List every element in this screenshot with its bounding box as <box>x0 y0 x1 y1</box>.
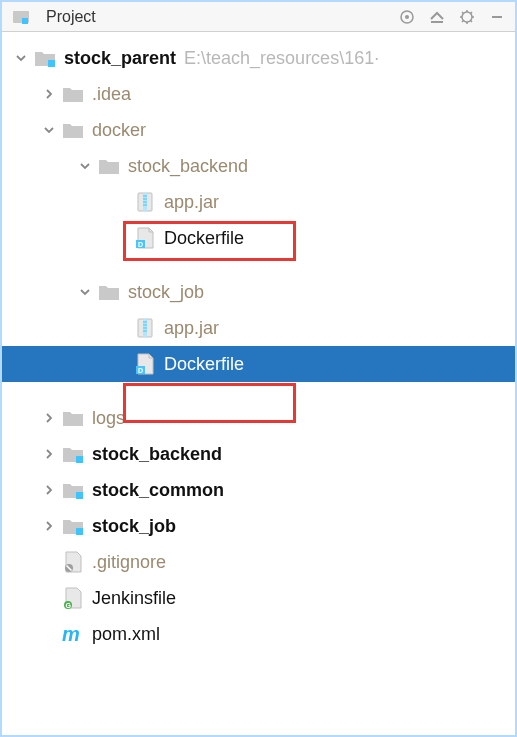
chevron-down-icon[interactable] <box>10 47 32 69</box>
tree-row-dockerfile-2[interactable]: D Dockerfile <box>2 346 515 382</box>
tree-row-gitignore[interactable]: .gitignore <box>2 544 515 580</box>
tree-label: pom.xml <box>92 624 160 645</box>
maven-icon: m <box>60 623 86 645</box>
archive-icon <box>132 317 158 339</box>
tree-row-logs[interactable]: logs <box>2 400 515 436</box>
module-folder-icon <box>60 515 86 537</box>
module-folder-icon <box>32 47 58 69</box>
toolbar-collapse-icon[interactable] <box>425 5 449 29</box>
tree-label: stock_common <box>92 480 224 501</box>
module-folder-icon <box>60 479 86 501</box>
tree-label: logs <box>92 408 125 429</box>
tree-label: Dockerfile <box>164 228 244 249</box>
tree-label: docker <box>92 120 146 141</box>
svg-text:D: D <box>138 367 143 374</box>
chevron-right-icon[interactable] <box>38 83 60 105</box>
svg-text:D: D <box>138 241 143 248</box>
tree-row-idea[interactable]: .idea <box>2 76 515 112</box>
module-folder-icon <box>60 443 86 465</box>
toolbar: Project <box>2 2 515 32</box>
tree-label: Jenkinsfile <box>92 588 176 609</box>
svg-text:m: m <box>62 623 80 645</box>
tree-path-hint: E:\teach_resources\161· <box>184 48 379 69</box>
tree-row-stock-backend-mod[interactable]: stock_backend <box>2 436 515 472</box>
gitignore-icon <box>60 551 86 573</box>
tree-row-stock-common-mod[interactable]: stock_common <box>2 472 515 508</box>
tree-label: app.jar <box>164 192 219 213</box>
tree-label: .gitignore <box>92 552 166 573</box>
tree-row-jenkinsfile[interactable]: G Jenkinsfile <box>2 580 515 616</box>
chevron-down-icon[interactable] <box>74 281 96 303</box>
project-icon <box>8 6 34 28</box>
tree-label: stock_backend <box>128 156 248 177</box>
folder-icon <box>60 119 86 141</box>
chevron-right-icon[interactable] <box>38 443 60 465</box>
folder-icon <box>96 281 122 303</box>
tree-row-pom[interactable]: m pom.xml <box>2 616 515 652</box>
folder-icon <box>60 407 86 429</box>
project-tree[interactable]: stock_parent E:\teach_resources\161· .id… <box>2 32 515 652</box>
tree-label: .idea <box>92 84 131 105</box>
jenkinsfile-icon: G <box>60 587 86 609</box>
folder-icon <box>96 155 122 177</box>
svg-rect-24 <box>76 456 83 463</box>
chevron-right-icon[interactable] <box>38 515 60 537</box>
chevron-right-icon[interactable] <box>38 479 60 501</box>
tree-row-dockerfile-1[interactable]: D Dockerfile <box>2 220 515 256</box>
toolbar-title: Project <box>46 8 96 26</box>
chevron-right-icon[interactable] <box>38 407 60 429</box>
svg-rect-26 <box>76 528 83 535</box>
svg-text:G: G <box>66 602 72 609</box>
dockerfile-icon: D <box>132 353 158 375</box>
dockerfile-icon: D <box>132 227 158 249</box>
tree-row-appjar-1[interactable]: app.jar <box>2 184 515 220</box>
svg-point-3 <box>405 15 409 19</box>
tree-label: app.jar <box>164 318 219 339</box>
toolbar-hide-icon[interactable] <box>485 5 509 29</box>
folder-icon <box>60 83 86 105</box>
tree-row-appjar-2[interactable]: app.jar <box>2 310 515 346</box>
svg-rect-1 <box>22 18 28 24</box>
tree-row-root[interactable]: stock_parent E:\teach_resources\161· <box>2 40 515 76</box>
toolbar-settings-icon[interactable] <box>455 5 479 29</box>
archive-icon <box>132 191 158 213</box>
tree-label: stock_job <box>92 516 176 537</box>
svg-rect-25 <box>76 492 83 499</box>
chevron-down-icon[interactable] <box>74 155 96 177</box>
svg-rect-6 <box>492 16 502 18</box>
tree-label: stock_backend <box>92 444 222 465</box>
tree-label: stock_job <box>128 282 204 303</box>
tree-row-stock-job-mod[interactable]: stock_job <box>2 508 515 544</box>
tree-row-stock-backend-dir[interactable]: stock_backend <box>2 148 515 184</box>
chevron-down-icon[interactable] <box>38 119 60 141</box>
tree-label: stock_parent <box>64 48 176 69</box>
tree-label: Dockerfile <box>164 354 244 375</box>
svg-rect-7 <box>48 60 55 67</box>
tree-row-stock-job-dir[interactable]: stock_job <box>2 274 515 310</box>
toolbar-target-icon[interactable] <box>395 5 419 29</box>
tree-row-docker[interactable]: docker <box>2 112 515 148</box>
